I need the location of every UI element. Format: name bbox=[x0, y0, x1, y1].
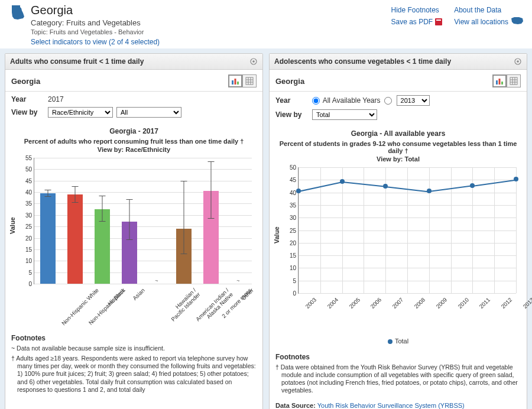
page-header: Georgia Category: Fruits and Vegetables … bbox=[0, 0, 532, 48]
viewby-label-left: View by bbox=[11, 108, 44, 116]
table-view-button[interactable] bbox=[242, 74, 257, 87]
year-value-left: 2017 bbox=[48, 95, 64, 103]
y-axis-label-left: Value bbox=[9, 217, 16, 234]
year-radio-single[interactable] bbox=[384, 96, 393, 105]
panel-adolescents-veg: Adolescents who consume vegetables < 1 t… bbox=[269, 53, 527, 409]
data-source-right: Data Source: Youth Risk Behavior Surveil… bbox=[270, 401, 527, 410]
panel-title-right: Adolescents who consume vegetables < 1 t… bbox=[274, 57, 451, 66]
panel-sub-left: Georgia bbox=[5, 70, 262, 92]
view-toggle-left bbox=[228, 74, 257, 87]
view-all-label: View all locations bbox=[454, 18, 508, 26]
svg-rect-3 bbox=[235, 79, 236, 85]
svg-rect-13 bbox=[499, 79, 501, 85]
year-select[interactable]: 2013 bbox=[397, 95, 430, 106]
chart-wrap-left: Georgia - 2017 Percent of adults who rep… bbox=[5, 125, 262, 330]
svg-rect-4 bbox=[237, 82, 239, 85]
svg-rect-12 bbox=[496, 80, 498, 85]
view-toggle-right bbox=[492, 74, 521, 87]
save-pdf-link[interactable]: Save as PDF bbox=[391, 17, 442, 27]
viewby-label-right: View by bbox=[275, 111, 309, 119]
viewby-select-right[interactable]: Total bbox=[312, 109, 377, 120]
viewby-select-2[interactable]: All bbox=[116, 107, 181, 118]
save-pdf-label: Save as PDF bbox=[391, 18, 433, 26]
pdf-icon bbox=[435, 18, 442, 25]
location-left: Georgia bbox=[11, 77, 40, 86]
svg-point-11 bbox=[517, 60, 519, 63]
year-label-left: Year bbox=[11, 95, 44, 103]
bar-1[interactable] bbox=[67, 194, 83, 284]
georgia-state-icon bbox=[8, 4, 26, 23]
footnote-1-right: † Data were obtained from the Youth Risk… bbox=[275, 363, 521, 395]
svg-rect-2 bbox=[232, 80, 233, 85]
chart-sub1-left: Percent of adults who report consuming f… bbox=[11, 138, 257, 145]
about-data-link[interactable]: About the Data bbox=[454, 6, 524, 14]
plot-area-right: 0510152025303540455020032004200520062007… bbox=[298, 167, 516, 294]
chart-sub2-left: View by: Race/Ethnicity bbox=[11, 146, 257, 153]
chart-sub1-right: Percent of students in grades 9-12 who c… bbox=[275, 140, 521, 154]
data-point-2013[interactable] bbox=[514, 177, 518, 181]
chart-sub2-right: View by: Total bbox=[275, 155, 521, 163]
usa-map-icon bbox=[511, 17, 524, 27]
legend-dot-icon bbox=[388, 339, 392, 344]
panels-container: Adults who consume fruit < 1 time daily … bbox=[0, 48, 532, 409]
select-indicators-link[interactable]: Select indicators to view (2 of 4 select… bbox=[31, 38, 160, 46]
panel-sub-right: Georgia bbox=[270, 70, 527, 92]
plot-area-left: 0510152025303540455055Non-Hispanic White… bbox=[34, 158, 252, 284]
chart-title-right: Georgia - All available years bbox=[275, 129, 521, 138]
viewby-select-1[interactable]: Race/Ethnicity bbox=[48, 107, 113, 118]
view-all-locations-link[interactable]: View all locations bbox=[454, 17, 524, 27]
data-source-label: Data Source: bbox=[275, 402, 316, 409]
controls-left: Year 2017 View by Race/Ethnicity All bbox=[5, 92, 262, 125]
category-label: Category: Fruits and Vegetables bbox=[31, 18, 160, 27]
bar-0[interactable] bbox=[40, 193, 56, 284]
header-left: Georgia Category: Fruits and Vegetables … bbox=[8, 4, 391, 46]
legend-label: Total bbox=[395, 337, 408, 345]
line-chart: Value 0510152025303540455020032004200520… bbox=[275, 164, 521, 335]
gear-icon[interactable] bbox=[514, 57, 522, 66]
gear-icon[interactable] bbox=[249, 57, 258, 66]
panel-title-left: Adults who consume fruit < 1 time daily bbox=[10, 57, 144, 66]
header-info: Georgia Category: Fruits and Vegetables … bbox=[31, 4, 160, 46]
chart-view-button[interactable] bbox=[492, 74, 507, 87]
footnotes-heading-left: Footnotes bbox=[11, 334, 257, 342]
page-title: Georgia bbox=[31, 4, 160, 17]
svg-rect-5 bbox=[246, 77, 253, 85]
footnotes-left: Footnotes ~ Data not available because s… bbox=[5, 330, 262, 400]
footnotes-heading-right: Footnotes bbox=[275, 353, 521, 361]
hide-footnotes-link[interactable]: Hide Footnotes bbox=[391, 6, 442, 14]
chart-view-button[interactable] bbox=[228, 74, 242, 87]
data-source-link[interactable]: Youth Risk Behavior Surveillance System … bbox=[317, 402, 465, 409]
svg-rect-15 bbox=[510, 77, 517, 85]
year-label-right: Year bbox=[275, 96, 309, 105]
year-radio-all[interactable]: All Available Years bbox=[312, 96, 381, 105]
panel-header-left: Adults who consume fruit < 1 time daily bbox=[5, 54, 262, 70]
header-links: Hide Footnotes About the Data Save as PD… bbox=[391, 4, 524, 46]
footnotes-right: Footnotes † Data were obtained from the … bbox=[270, 349, 527, 401]
panel-header-right: Adolescents who consume vegetables < 1 t… bbox=[270, 54, 527, 70]
legend-right: Total bbox=[275, 337, 521, 345]
svg-point-1 bbox=[252, 60, 255, 63]
footnote-1-left: ~ Data not available because sample size… bbox=[11, 345, 257, 352]
chart-wrap-right: Georgia - All available years Percent of… bbox=[270, 127, 527, 349]
controls-right: Year All Available Years 2013 View by To… bbox=[270, 92, 527, 127]
location-right: Georgia bbox=[275, 77, 304, 86]
table-view-button[interactable] bbox=[507, 74, 521, 87]
footnote-2-left: † Adults aged ≥18 years. Respondents wer… bbox=[11, 355, 257, 394]
y-axis-label-right: Value bbox=[273, 226, 280, 244]
topic-label: Topic: Fruits and Vegetables - Behavior bbox=[31, 28, 160, 35]
panel-adults-fruit: Adults who consume fruit < 1 time daily … bbox=[5, 53, 263, 409]
bar-chart: Value 0510152025303540455055Non-Hispanic… bbox=[11, 154, 257, 326]
svg-rect-14 bbox=[501, 82, 503, 85]
chart-title-left: Georgia - 2017 bbox=[11, 127, 257, 135]
